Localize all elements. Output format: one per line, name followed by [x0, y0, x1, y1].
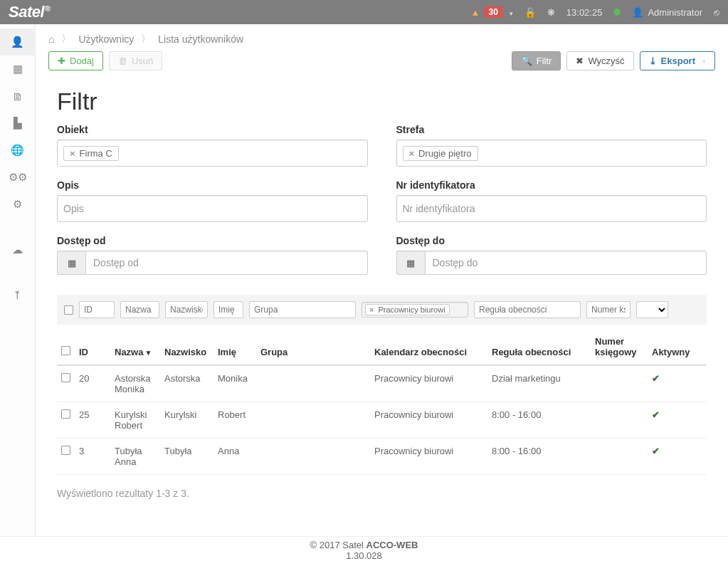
cell-reg: 8:00 - 16:00	[487, 439, 591, 475]
delete-button: 🗑 Usuń	[109, 51, 162, 70]
row-checkbox[interactable]	[61, 373, 70, 382]
alerts-indicator[interactable]: ▲ 30	[471, 6, 513, 18]
col-filter-kalendarz[interactable]: × Pracownicy biurowi	[362, 302, 468, 318]
download-icon: ⤓	[649, 56, 657, 66]
table-row[interactable]: 25KurylskiRobertKurylskiRobertPracownicy…	[57, 402, 707, 439]
add-button[interactable]: ✚ Dodaj	[48, 51, 103, 70]
th-id[interactable]: ID	[75, 329, 110, 365]
cell-aktywny: ✔	[648, 402, 707, 439]
home-icon[interactable]: ⌂	[48, 33, 54, 45]
cell-id: 25	[75, 402, 110, 439]
sidebar-item-globe[interactable]: 🌐	[0, 137, 36, 164]
calendar-icon[interactable]: ▦	[396, 251, 425, 275]
cell-nazwa: AstorskaMonika	[110, 365, 160, 402]
chevron-down-icon	[507, 7, 513, 18]
sidebar: 👤 ▦ 🗎 ▙ 🌐 ⚙⚙ ⚙ ☁ ⤒	[0, 24, 36, 536]
th-imie[interactable]: Imię	[213, 329, 256, 365]
cell-aktywny: ✔	[648, 365, 707, 402]
cell-nazwisko: Kurylski	[160, 402, 213, 439]
obiekt-field[interactable]: × Firma C	[57, 140, 368, 167]
strefa-field[interactable]: × Drugie piętro	[396, 140, 707, 167]
footer: © 2017 Satel ACCO-WEB 1.30.028	[0, 536, 728, 566]
user-name: Administrator	[648, 7, 702, 18]
col-filter-imie[interactable]	[213, 301, 243, 318]
opis-field[interactable]	[57, 195, 368, 222]
cell-kal: Pracownicy biurowi	[370, 439, 487, 475]
status-dot-green	[613, 9, 621, 16]
dostep-od-input[interactable]	[85, 251, 368, 275]
sidebar-item-upload[interactable]: ⤒	[0, 282, 36, 309]
column-filters: × Pracownicy biurowi	[57, 295, 707, 325]
plus-icon: ✚	[58, 56, 65, 66]
dostep-do-input[interactable]	[425, 251, 707, 275]
breadcrumb-users[interactable]: Użytkownicy	[78, 33, 134, 45]
export-button[interactable]: ⤓ Eksport	[640, 51, 715, 70]
col-filter-grupa[interactable]	[249, 301, 356, 318]
th-kal[interactable]: Kalendarz obecności	[370, 329, 487, 365]
cell-nazwisko: Tubyła	[160, 439, 213, 475]
top-bar: Satel® ▲ 30 🔓 ❋ 13:02:25 👤 Administrator…	[0, 0, 728, 24]
user-menu[interactable]: 👤 Administrator	[632, 7, 702, 18]
user-icon: 👤	[632, 7, 643, 18]
unlock-icon[interactable]: 🔓	[524, 7, 536, 18]
sidebar-item-settings[interactable]: ⚙	[0, 191, 36, 218]
results-count: Wyświetlono rezultaty 1-3 z 3.	[57, 488, 707, 499]
clock-text: 13:02:25	[566, 7, 603, 18]
cell-kal: Pracownicy biurowi	[370, 365, 487, 402]
nrid-input[interactable]	[403, 203, 701, 214]
label-do: Dostęp do	[396, 235, 707, 246]
select-all-checkbox[interactable]	[61, 346, 70, 355]
remove-tag-icon[interactable]: ×	[369, 305, 374, 314]
file-icon: 🗎	[12, 90, 23, 103]
remove-tag-icon[interactable]: ×	[70, 148, 75, 159]
snowflake-icon[interactable]: ❋	[547, 7, 555, 18]
label-strefa: Strefa	[396, 124, 707, 135]
opis-input[interactable]	[63, 203, 362, 214]
row-checkbox[interactable]	[61, 409, 70, 419]
cell-kal: Pracownicy biurowi	[370, 402, 487, 439]
col-filter-regula[interactable]	[474, 301, 581, 318]
sidebar-item-users[interactable]: 👤	[0, 28, 36, 56]
sidebar-item-settings-multi[interactable]: ⚙⚙	[0, 164, 36, 191]
sort-desc-icon: ▼	[144, 349, 152, 357]
th-aktywny[interactable]: Aktywny	[648, 329, 707, 365]
column-checkbox[interactable]	[64, 305, 73, 315]
row-checkbox[interactable]	[61, 446, 70, 455]
calendar-icon[interactable]: ▦	[57, 251, 85, 275]
sidebar-item-structure[interactable]: ▙	[0, 110, 36, 137]
col-filter-numer[interactable]	[586, 301, 631, 318]
cell-num	[591, 365, 648, 402]
col-filter-aktywny[interactable]	[636, 301, 668, 318]
user-icon: 👤	[11, 36, 24, 48]
col-filter-nazwisko[interactable]	[165, 301, 208, 318]
structure-icon: ▙	[14, 117, 22, 130]
cell-grupa	[256, 402, 370, 439]
logout-button[interactable]: ⎋	[714, 7, 719, 18]
col-filter-id[interactable]	[79, 301, 115, 318]
check-icon: ✔	[652, 373, 660, 384]
sidebar-item-reports[interactable]: 🗎	[0, 83, 36, 110]
sidebar-item-cloud[interactable]: ☁	[0, 236, 36, 263]
clear-button[interactable]: ✖ Wyczyść	[566, 51, 633, 70]
cloud-icon: ☁	[12, 243, 23, 256]
th-nazwisko[interactable]: Nazwisko	[160, 329, 213, 365]
strefa-tag[interactable]: × Drugie piętro	[403, 146, 478, 161]
table-row[interactable]: 20AstorskaMonikaAstorskaMonikaPracownicy…	[57, 365, 707, 402]
th-nazwa[interactable]: Nazwa▼	[110, 329, 160, 365]
table-row[interactable]: 3TubyłaAnnaTubyłaAnnaPracownicy biurowi8…	[57, 439, 707, 475]
cell-reg: 8:00 - 16:00	[487, 402, 591, 439]
obiekt-tag[interactable]: × Firma C	[63, 146, 119, 161]
check-icon: ✔	[652, 446, 660, 456]
filter-button[interactable]: 🔍 Filtr	[512, 51, 561, 70]
th-num[interactable]: Numer księgowy	[591, 329, 648, 365]
sidebar-item-calendar[interactable]: ▦	[0, 56, 36, 83]
cell-num	[591, 402, 648, 439]
nrid-field[interactable]	[396, 195, 707, 222]
breadcrumb: ⌂ 〉 Użytkownicy 〉 Lista użytkowników	[36, 24, 728, 51]
col-filter-nazwa[interactable]	[120, 301, 159, 318]
close-icon: ✖	[576, 56, 584, 66]
remove-tag-icon[interactable]: ×	[409, 148, 415, 159]
calendar-icon: ▦	[13, 63, 23, 75]
th-grupa[interactable]: Grupa	[256, 329, 370, 365]
th-reg[interactable]: Reguła obecności	[487, 329, 591, 365]
